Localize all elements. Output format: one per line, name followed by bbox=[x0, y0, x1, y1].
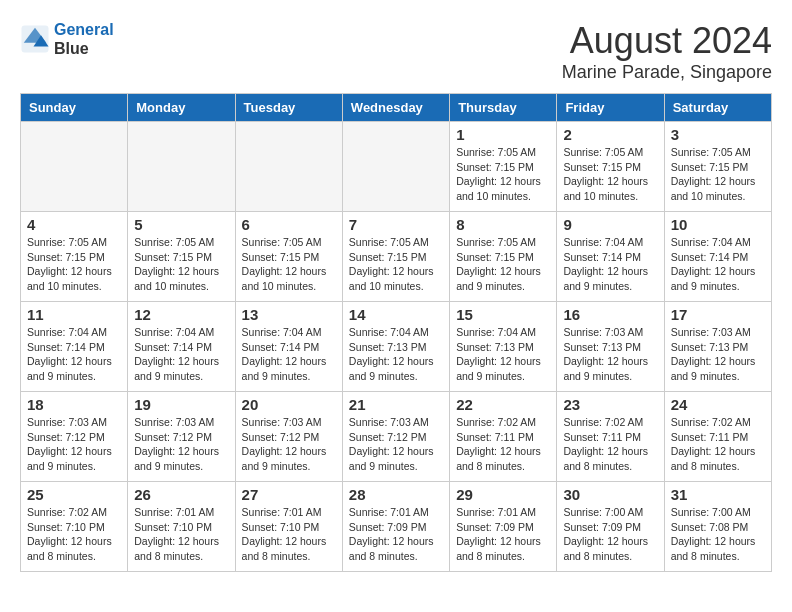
calendar-cell-2-1: 4Sunrise: 7:05 AM Sunset: 7:15 PM Daylig… bbox=[21, 212, 128, 302]
day-info: Sunrise: 7:05 AM Sunset: 7:15 PM Dayligh… bbox=[563, 145, 657, 204]
day-info: Sunrise: 7:03 AM Sunset: 7:12 PM Dayligh… bbox=[242, 415, 336, 474]
calendar-cell-3-7: 17Sunrise: 7:03 AM Sunset: 7:13 PM Dayli… bbox=[664, 302, 771, 392]
day-info: Sunrise: 7:02 AM Sunset: 7:11 PM Dayligh… bbox=[563, 415, 657, 474]
calendar-header-row: SundayMondayTuesdayWednesdayThursdayFrid… bbox=[21, 94, 772, 122]
day-info: Sunrise: 7:05 AM Sunset: 7:15 PM Dayligh… bbox=[349, 235, 443, 294]
day-header-tuesday: Tuesday bbox=[235, 94, 342, 122]
week-row-4: 18Sunrise: 7:03 AM Sunset: 7:12 PM Dayli… bbox=[21, 392, 772, 482]
day-number: 6 bbox=[242, 216, 336, 233]
day-info: Sunrise: 7:05 AM Sunset: 7:15 PM Dayligh… bbox=[671, 145, 765, 204]
day-number: 14 bbox=[349, 306, 443, 323]
day-header-saturday: Saturday bbox=[664, 94, 771, 122]
calendar-cell-4-6: 23Sunrise: 7:02 AM Sunset: 7:11 PM Dayli… bbox=[557, 392, 664, 482]
calendar-cell-5-7: 31Sunrise: 7:00 AM Sunset: 7:08 PM Dayli… bbox=[664, 482, 771, 572]
day-info: Sunrise: 7:01 AM Sunset: 7:09 PM Dayligh… bbox=[349, 505, 443, 564]
calendar-cell-1-3 bbox=[235, 122, 342, 212]
day-info: Sunrise: 7:05 AM Sunset: 7:15 PM Dayligh… bbox=[27, 235, 121, 294]
day-info: Sunrise: 7:04 AM Sunset: 7:14 PM Dayligh… bbox=[671, 235, 765, 294]
calendar-cell-3-3: 13Sunrise: 7:04 AM Sunset: 7:14 PM Dayli… bbox=[235, 302, 342, 392]
day-number: 17 bbox=[671, 306, 765, 323]
day-number: 25 bbox=[27, 486, 121, 503]
day-info: Sunrise: 7:05 AM Sunset: 7:15 PM Dayligh… bbox=[242, 235, 336, 294]
day-number: 5 bbox=[134, 216, 228, 233]
day-header-thursday: Thursday bbox=[450, 94, 557, 122]
day-header-friday: Friday bbox=[557, 94, 664, 122]
calendar-cell-2-7: 10Sunrise: 7:04 AM Sunset: 7:14 PM Dayli… bbox=[664, 212, 771, 302]
day-info: Sunrise: 7:03 AM Sunset: 7:12 PM Dayligh… bbox=[134, 415, 228, 474]
day-number: 18 bbox=[27, 396, 121, 413]
day-number: 20 bbox=[242, 396, 336, 413]
calendar-cell-5-3: 27Sunrise: 7:01 AM Sunset: 7:10 PM Dayli… bbox=[235, 482, 342, 572]
calendar-cell-2-6: 9Sunrise: 7:04 AM Sunset: 7:14 PM Daylig… bbox=[557, 212, 664, 302]
calendar-cell-5-6: 30Sunrise: 7:00 AM Sunset: 7:09 PM Dayli… bbox=[557, 482, 664, 572]
day-number: 3 bbox=[671, 126, 765, 143]
day-number: 29 bbox=[456, 486, 550, 503]
calendar-cell-3-1: 11Sunrise: 7:04 AM Sunset: 7:14 PM Dayli… bbox=[21, 302, 128, 392]
calendar-table: SundayMondayTuesdayWednesdayThursdayFrid… bbox=[20, 93, 772, 572]
day-number: 27 bbox=[242, 486, 336, 503]
day-info: Sunrise: 7:04 AM Sunset: 7:13 PM Dayligh… bbox=[456, 325, 550, 384]
day-number: 12 bbox=[134, 306, 228, 323]
calendar-cell-1-6: 2Sunrise: 7:05 AM Sunset: 7:15 PM Daylig… bbox=[557, 122, 664, 212]
day-number: 15 bbox=[456, 306, 550, 323]
subtitle: Marine Parade, Singapore bbox=[562, 62, 772, 83]
calendar-cell-1-5: 1Sunrise: 7:05 AM Sunset: 7:15 PM Daylig… bbox=[450, 122, 557, 212]
calendar-cell-3-2: 12Sunrise: 7:04 AM Sunset: 7:14 PM Dayli… bbox=[128, 302, 235, 392]
calendar-cell-1-1 bbox=[21, 122, 128, 212]
day-number: 7 bbox=[349, 216, 443, 233]
week-row-2: 4Sunrise: 7:05 AM Sunset: 7:15 PM Daylig… bbox=[21, 212, 772, 302]
calendar-cell-4-4: 21Sunrise: 7:03 AM Sunset: 7:12 PM Dayli… bbox=[342, 392, 449, 482]
calendar-cell-2-5: 8Sunrise: 7:05 AM Sunset: 7:15 PM Daylig… bbox=[450, 212, 557, 302]
day-info: Sunrise: 7:03 AM Sunset: 7:13 PM Dayligh… bbox=[563, 325, 657, 384]
logo-text: General Blue bbox=[54, 20, 114, 58]
calendar-cell-4-5: 22Sunrise: 7:02 AM Sunset: 7:11 PM Dayli… bbox=[450, 392, 557, 482]
day-number: 2 bbox=[563, 126, 657, 143]
day-number: 19 bbox=[134, 396, 228, 413]
day-number: 11 bbox=[27, 306, 121, 323]
calendar-cell-2-4: 7Sunrise: 7:05 AM Sunset: 7:15 PM Daylig… bbox=[342, 212, 449, 302]
calendar-cell-3-4: 14Sunrise: 7:04 AM Sunset: 7:13 PM Dayli… bbox=[342, 302, 449, 392]
day-header-monday: Monday bbox=[128, 94, 235, 122]
day-info: Sunrise: 7:04 AM Sunset: 7:14 PM Dayligh… bbox=[27, 325, 121, 384]
week-row-3: 11Sunrise: 7:04 AM Sunset: 7:14 PM Dayli… bbox=[21, 302, 772, 392]
day-info: Sunrise: 7:00 AM Sunset: 7:08 PM Dayligh… bbox=[671, 505, 765, 564]
day-number: 28 bbox=[349, 486, 443, 503]
day-info: Sunrise: 7:01 AM Sunset: 7:09 PM Dayligh… bbox=[456, 505, 550, 564]
day-info: Sunrise: 7:01 AM Sunset: 7:10 PM Dayligh… bbox=[134, 505, 228, 564]
day-info: Sunrise: 7:03 AM Sunset: 7:12 PM Dayligh… bbox=[27, 415, 121, 474]
day-info: Sunrise: 7:05 AM Sunset: 7:15 PM Dayligh… bbox=[456, 145, 550, 204]
day-info: Sunrise: 7:01 AM Sunset: 7:10 PM Dayligh… bbox=[242, 505, 336, 564]
day-info: Sunrise: 7:02 AM Sunset: 7:11 PM Dayligh… bbox=[456, 415, 550, 474]
calendar-cell-3-6: 16Sunrise: 7:03 AM Sunset: 7:13 PM Dayli… bbox=[557, 302, 664, 392]
logo-icon bbox=[20, 24, 50, 54]
day-number: 4 bbox=[27, 216, 121, 233]
day-info: Sunrise: 7:05 AM Sunset: 7:15 PM Dayligh… bbox=[456, 235, 550, 294]
day-header-wednesday: Wednesday bbox=[342, 94, 449, 122]
week-row-5: 25Sunrise: 7:02 AM Sunset: 7:10 PM Dayli… bbox=[21, 482, 772, 572]
day-info: Sunrise: 7:00 AM Sunset: 7:09 PM Dayligh… bbox=[563, 505, 657, 564]
calendar-cell-3-5: 15Sunrise: 7:04 AM Sunset: 7:13 PM Dayli… bbox=[450, 302, 557, 392]
day-number: 13 bbox=[242, 306, 336, 323]
day-number: 22 bbox=[456, 396, 550, 413]
calendar-cell-4-1: 18Sunrise: 7:03 AM Sunset: 7:12 PM Dayli… bbox=[21, 392, 128, 482]
day-number: 1 bbox=[456, 126, 550, 143]
day-number: 30 bbox=[563, 486, 657, 503]
main-title: August 2024 bbox=[562, 20, 772, 62]
day-number: 16 bbox=[563, 306, 657, 323]
logo-line1: General bbox=[54, 21, 114, 38]
calendar-cell-4-7: 24Sunrise: 7:02 AM Sunset: 7:11 PM Dayli… bbox=[664, 392, 771, 482]
calendar-cell-4-3: 20Sunrise: 7:03 AM Sunset: 7:12 PM Dayli… bbox=[235, 392, 342, 482]
calendar-cell-5-4: 28Sunrise: 7:01 AM Sunset: 7:09 PM Dayli… bbox=[342, 482, 449, 572]
day-header-sunday: Sunday bbox=[21, 94, 128, 122]
calendar-cell-2-3: 6Sunrise: 7:05 AM Sunset: 7:15 PM Daylig… bbox=[235, 212, 342, 302]
logo: General Blue bbox=[20, 20, 114, 58]
day-number: 23 bbox=[563, 396, 657, 413]
title-block: August 2024 Marine Parade, Singapore bbox=[562, 20, 772, 83]
day-number: 26 bbox=[134, 486, 228, 503]
day-number: 31 bbox=[671, 486, 765, 503]
calendar-cell-1-2 bbox=[128, 122, 235, 212]
calendar-cell-5-5: 29Sunrise: 7:01 AM Sunset: 7:09 PM Dayli… bbox=[450, 482, 557, 572]
day-info: Sunrise: 7:02 AM Sunset: 7:11 PM Dayligh… bbox=[671, 415, 765, 474]
day-info: Sunrise: 7:03 AM Sunset: 7:13 PM Dayligh… bbox=[671, 325, 765, 384]
day-number: 9 bbox=[563, 216, 657, 233]
